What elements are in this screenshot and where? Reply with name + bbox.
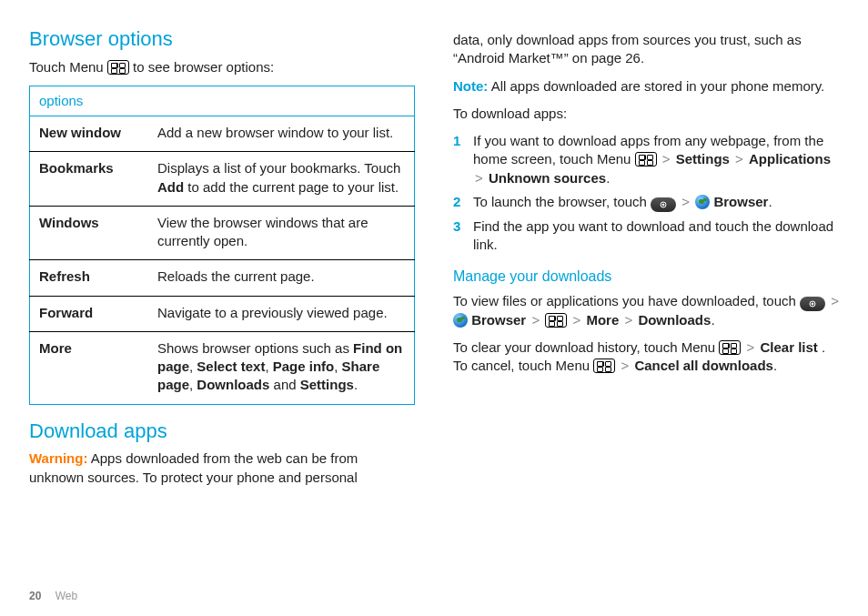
page-footer: 20 Web	[29, 589, 77, 603]
step-number: 1	[453, 132, 466, 187]
opt-desc: Shows browser options such as Find on pa…	[148, 331, 415, 404]
page-number: 20	[29, 590, 41, 602]
home-icon	[800, 297, 825, 311]
download-apps-warning: Warning: Apps downloaded from the web ca…	[29, 449, 415, 487]
menu-icon	[593, 358, 615, 373]
opt-desc: Displays a list of your bookmarks. Touch…	[148, 152, 415, 207]
browser-options-heading: Browser options	[29, 25, 415, 53]
opt-key: Forward	[30, 296, 149, 331]
manage-downloads-p2: To clear your download history, touch Me…	[453, 338, 839, 376]
opt-key: New window	[30, 116, 149, 152]
step-body: Find the app you want to download and to…	[473, 217, 839, 255]
opt-key: Bookmarks	[30, 152, 149, 207]
intro-pre: Touch Menu	[29, 59, 107, 75]
menu-icon	[545, 313, 567, 328]
home-icon	[651, 197, 676, 212]
options-table-header: options	[30, 86, 415, 116]
menu-icon	[635, 152, 657, 167]
step-body: To launch the browser, touch > Browser.	[473, 193, 839, 212]
manage-downloads-p1: To view files or applications you have d…	[453, 292, 839, 329]
opt-key: More	[30, 331, 149, 404]
table-row: New window Add a new browser window to y…	[30, 116, 415, 152]
menu-icon	[719, 340, 741, 355]
list-item: 1 If you want to download apps from any …	[453, 132, 839, 187]
browser-options-intro: Touch Menu to see browser options:	[29, 58, 415, 76]
warning-label: Warning:	[29, 450, 87, 466]
manage-downloads-heading: Manage your downloads	[453, 267, 839, 287]
download-apps-heading: Download apps	[29, 418, 415, 445]
opt-key: Refresh	[30, 260, 149, 296]
list-item: 2 To launch the browser, touch > Browser…	[453, 193, 839, 212]
table-row: More Shows browser options such as Find …	[30, 331, 415, 404]
svg-point-3	[812, 303, 813, 305]
opt-desc: Navigate to a previously viewed page.	[148, 296, 415, 331]
options-table: options New window Add a new browser win…	[29, 86, 415, 405]
download-steps: 1 If you want to download apps from any …	[453, 132, 839, 254]
opt-desc: View the browser windows that are curren…	[148, 206, 415, 260]
intro-post: to see browser options:	[133, 59, 274, 75]
left-column: Browser options Touch Menu to see browse…	[29, 25, 415, 496]
opt-desc: Reloads the current page.	[148, 260, 415, 296]
opt-desc: Add a new browser window to your list.	[148, 116, 415, 152]
to-download-label: To download apps:	[453, 105, 839, 123]
opt-key: Windows	[30, 206, 149, 260]
svg-point-1	[662, 204, 664, 206]
list-item: 3 Find the app you want to download and …	[453, 217, 839, 255]
right-column: data, only download apps from sources yo…	[453, 25, 839, 496]
step-body: If you want to download apps from any we…	[473, 132, 839, 187]
menu-icon	[107, 60, 129, 75]
table-row: Windows View the browser windows that ar…	[30, 206, 415, 260]
table-row: Refresh Reloads the current page.	[30, 260, 415, 296]
table-row: Forward Navigate to a previously viewed …	[30, 296, 415, 331]
warning-continued: data, only download apps from sources yo…	[453, 31, 839, 68]
step-number: 2	[453, 193, 466, 212]
table-row: Bookmarks Displays a list of your bookma…	[30, 152, 415, 207]
step-number: 3	[453, 217, 466, 255]
page-columns: Browser options Touch Menu to see browse…	[29, 25, 839, 496]
note-paragraph: Note: All apps downloaded are stored in …	[453, 77, 839, 96]
note-label: Note:	[453, 78, 488, 94]
globe-icon	[695, 195, 710, 209]
section-label: Web	[56, 590, 77, 602]
globe-icon	[453, 313, 468, 328]
